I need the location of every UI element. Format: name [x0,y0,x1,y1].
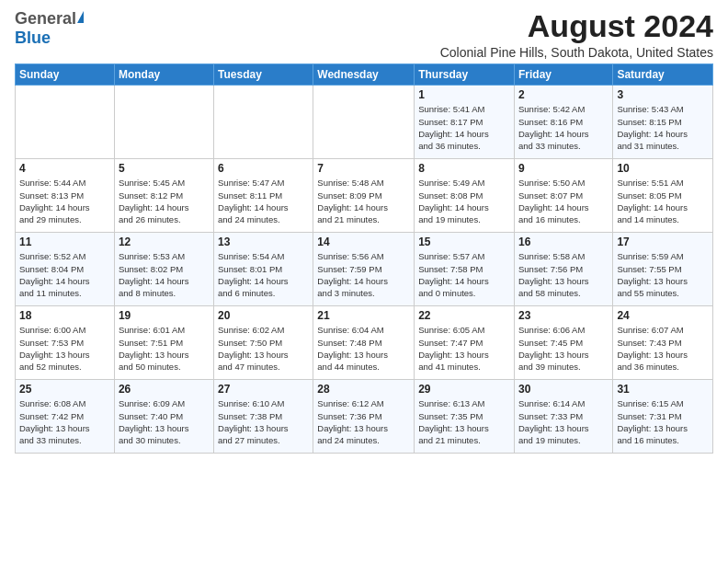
weekday-header-monday: Monday [114,64,213,86]
day-info: Sunrise: 6:09 AMSunset: 7:40 PMDaylight:… [119,397,210,446]
day-cell: 30Sunrise: 6:14 AMSunset: 7:33 PMDayligh… [514,380,612,454]
day-number: 15 [418,236,510,248]
day-number: 31 [617,383,709,396]
day-number: 14 [317,236,410,248]
day-number: 28 [317,383,410,396]
week-row-3: 18Sunrise: 6:00 AMSunset: 7:53 PMDayligh… [16,306,713,380]
day-cell [114,86,213,159]
day-cell: 24Sunrise: 6:07 AMSunset: 7:43 PMDayligh… [613,306,713,380]
day-number: 7 [317,162,410,175]
day-number: 6 [218,162,309,175]
day-info: Sunrise: 5:44 AMSunset: 8:13 PMDaylight:… [19,177,110,225]
day-number: 24 [617,309,709,322]
day-info: Sunrise: 5:42 AMSunset: 8:16 PMDaylight:… [518,103,609,152]
day-info: Sunrise: 6:01 AMSunset: 7:51 PMDaylight:… [119,324,210,373]
day-info: Sunrise: 5:52 AMSunset: 8:04 PMDaylight:… [19,250,110,299]
day-info: Sunrise: 6:06 AMSunset: 7:45 PMDaylight:… [518,324,609,373]
day-number: 18 [19,309,110,322]
day-cell: 4Sunrise: 5:44 AMSunset: 8:13 PMDaylight… [16,159,115,233]
day-cell: 26Sunrise: 6:09 AMSunset: 7:40 PMDayligh… [114,380,213,454]
day-number: 17 [617,236,709,248]
week-row-4: 25Sunrise: 6:08 AMSunset: 7:42 PMDayligh… [16,380,713,454]
day-cell: 9Sunrise: 5:50 AMSunset: 8:07 PMDaylight… [514,159,612,233]
day-info: Sunrise: 6:15 AMSunset: 7:31 PMDaylight:… [617,397,709,446]
day-number: 13 [218,236,309,248]
logo: General Blue [15,9,84,48]
day-info: Sunrise: 5:54 AMSunset: 8:01 PMDaylight:… [218,250,309,299]
day-info: Sunrise: 5:51 AMSunset: 8:05 PMDaylight:… [617,177,709,225]
day-cell: 23Sunrise: 6:06 AMSunset: 7:45 PMDayligh… [514,306,612,380]
day-number: 22 [418,309,510,322]
day-info: Sunrise: 5:43 AMSunset: 8:15 PMDaylight:… [617,103,709,152]
day-cell: 19Sunrise: 6:01 AMSunset: 7:51 PMDayligh… [114,306,213,380]
day-number: 8 [418,162,510,175]
day-info: Sunrise: 5:50 AMSunset: 8:07 PMDaylight:… [518,177,609,225]
day-cell: 20Sunrise: 6:02 AMSunset: 7:50 PMDayligh… [214,306,313,380]
day-cell: 25Sunrise: 6:08 AMSunset: 7:42 PMDayligh… [16,380,115,454]
weekday-header-row: SundayMondayTuesdayWednesdayThursdayFrid… [16,64,713,86]
day-cell: 7Sunrise: 5:48 AMSunset: 8:09 PMDaylight… [313,159,415,233]
day-number: 27 [218,383,309,396]
day-info: Sunrise: 5:45 AMSunset: 8:12 PMDaylight:… [119,177,210,225]
main-title: August 2024 [440,9,713,43]
day-info: Sunrise: 5:53 AMSunset: 8:02 PMDaylight:… [119,250,210,299]
day-info: Sunrise: 6:02 AMSunset: 7:50 PMDaylight:… [218,324,309,373]
day-info: Sunrise: 5:57 AMSunset: 7:58 PMDaylight:… [418,250,510,299]
day-cell: 18Sunrise: 6:00 AMSunset: 7:53 PMDayligh… [16,306,115,380]
day-cell: 13Sunrise: 5:54 AMSunset: 8:01 PMDayligh… [214,233,313,306]
weekday-header-saturday: Saturday [613,64,713,86]
day-number: 11 [19,236,110,248]
day-cell: 12Sunrise: 5:53 AMSunset: 8:02 PMDayligh… [114,233,213,306]
day-number: 10 [617,162,709,175]
day-info: Sunrise: 5:41 AMSunset: 8:17 PMDaylight:… [418,103,510,152]
day-number: 26 [119,383,210,396]
day-cell: 10Sunrise: 5:51 AMSunset: 8:05 PMDayligh… [613,159,713,233]
week-row-1: 4Sunrise: 5:44 AMSunset: 8:13 PMDaylight… [16,159,713,233]
day-cell: 11Sunrise: 5:52 AMSunset: 8:04 PMDayligh… [16,233,115,306]
day-info: Sunrise: 6:12 AMSunset: 7:36 PMDaylight:… [317,397,410,446]
day-number: 1 [418,88,510,101]
day-info: Sunrise: 6:10 AMSunset: 7:38 PMDaylight:… [218,397,309,446]
day-info: Sunrise: 6:00 AMSunset: 7:53 PMDaylight:… [19,324,110,373]
weekday-header-friday: Friday [514,64,612,86]
day-number: 12 [119,236,210,248]
day-cell: 27Sunrise: 6:10 AMSunset: 7:38 PMDayligh… [214,380,313,454]
day-cell: 5Sunrise: 5:45 AMSunset: 8:12 PMDaylight… [114,159,213,233]
day-cell [214,86,313,159]
day-info: Sunrise: 5:48 AMSunset: 8:09 PMDaylight:… [317,177,410,225]
header-area: General Blue August 2024 Colonial Pine H… [15,9,713,60]
day-number: 29 [418,383,510,396]
day-number: 25 [19,383,110,396]
day-cell: 14Sunrise: 5:56 AMSunset: 7:59 PMDayligh… [313,233,415,306]
weekday-header-wednesday: Wednesday [313,64,415,86]
logo-blue: Blue [15,29,51,48]
calendar-table: SundayMondayTuesdayWednesdayThursdayFrid… [15,63,713,454]
day-number: 23 [518,309,609,322]
day-cell: 8Sunrise: 5:49 AMSunset: 8:08 PMDaylight… [415,159,515,233]
week-row-2: 11Sunrise: 5:52 AMSunset: 8:04 PMDayligh… [16,233,713,306]
calendar-body: 1Sunrise: 5:41 AMSunset: 8:17 PMDaylight… [16,86,713,454]
logo-triangle-icon [77,11,84,23]
day-cell: 1Sunrise: 5:41 AMSunset: 8:17 PMDaylight… [415,86,515,159]
day-info: Sunrise: 6:04 AMSunset: 7:48 PMDaylight:… [317,324,410,373]
day-cell: 17Sunrise: 5:59 AMSunset: 7:55 PMDayligh… [613,233,713,306]
day-cell: 2Sunrise: 5:42 AMSunset: 8:16 PMDaylight… [514,86,612,159]
day-cell: 3Sunrise: 5:43 AMSunset: 8:15 PMDaylight… [613,86,713,159]
page: General Blue August 2024 Colonial Pine H… [0,0,728,459]
day-info: Sunrise: 6:07 AMSunset: 7:43 PMDaylight:… [617,324,709,373]
weekday-header-sunday: Sunday [16,64,115,86]
day-number: 2 [518,88,609,101]
calendar-header: SundayMondayTuesdayWednesdayThursdayFrid… [16,64,713,86]
day-info: Sunrise: 5:49 AMSunset: 8:08 PMDaylight:… [418,177,510,225]
subtitle: Colonial Pine Hills, South Dakota, Unite… [440,45,713,60]
day-cell: 21Sunrise: 6:04 AMSunset: 7:48 PMDayligh… [313,306,415,380]
day-number: 5 [119,162,210,175]
day-info: Sunrise: 5:58 AMSunset: 7:56 PMDaylight:… [518,250,609,299]
day-info: Sunrise: 5:59 AMSunset: 7:55 PMDaylight:… [617,250,709,299]
title-area: August 2024 Colonial Pine Hills, South D… [440,9,713,60]
day-number: 4 [19,162,110,175]
day-cell [313,86,415,159]
week-row-0: 1Sunrise: 5:41 AMSunset: 8:17 PMDaylight… [16,86,713,159]
day-info: Sunrise: 6:08 AMSunset: 7:42 PMDaylight:… [19,397,110,446]
day-info: Sunrise: 5:56 AMSunset: 7:59 PMDaylight:… [317,250,410,299]
